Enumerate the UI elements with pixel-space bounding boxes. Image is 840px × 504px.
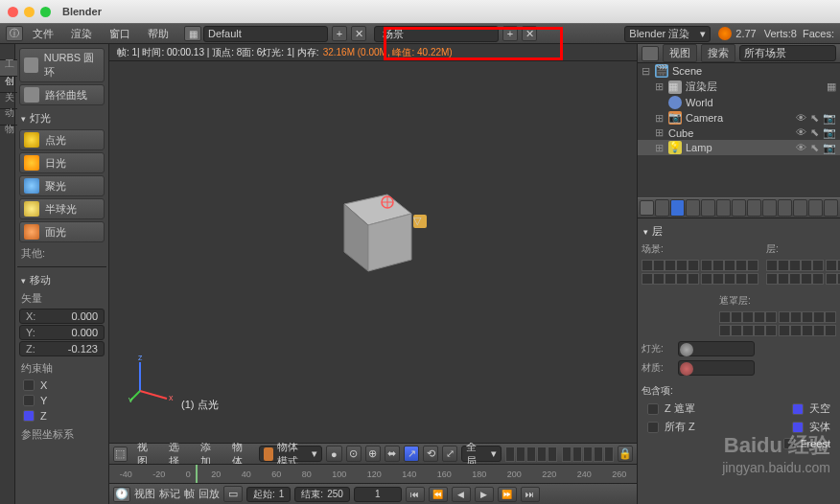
keyframe-next-icon[interactable]: ⏩ bbox=[498, 487, 517, 502]
outliner-menu-search[interactable]: 搜索 bbox=[701, 44, 735, 62]
freestyle-checkbox[interactable]: Freest bbox=[642, 436, 836, 451]
menu-render[interactable]: 渲染 bbox=[63, 25, 100, 43]
y-field[interactable]: Y:0.000 bbox=[19, 325, 105, 340]
layout-add-button[interactable]: + bbox=[332, 26, 347, 41]
scene-dropdown[interactable] bbox=[374, 26, 499, 42]
tl-menu-marker[interactable]: 标记 bbox=[159, 487, 180, 501]
eye-icon[interactable]: 👁 bbox=[796, 112, 806, 125]
tl-menu-playback[interactable]: 回放 bbox=[198, 487, 220, 501]
scene-add-button[interactable]: + bbox=[502, 26, 518, 41]
hemi-light-button[interactable]: 半球光 bbox=[19, 198, 105, 219]
light-override-field[interactable]: 灯光: bbox=[642, 340, 836, 357]
lock-camera-icon[interactable]: 🔒 bbox=[618, 446, 633, 462]
scene-close-button[interactable]: ✕ bbox=[522, 26, 537, 41]
path-button[interactable]: 路径曲线 bbox=[19, 84, 105, 105]
sky-checkbox[interactable]: 天空 bbox=[786, 400, 836, 418]
render-layers-2[interactable] bbox=[766, 273, 840, 285]
tree-scene[interactable]: ⊟🎬Scene bbox=[638, 63, 840, 79]
engine-dropdown[interactable]: Blender 渲染 ▾ bbox=[624, 26, 711, 42]
render-layers[interactable] bbox=[766, 260, 840, 271]
3d-viewport[interactable]: z x y (1) 点光 bbox=[109, 61, 637, 443]
constrain-y[interactable]: Y bbox=[17, 393, 106, 408]
tl-menu-view[interactable]: 视图 bbox=[134, 487, 155, 501]
outliner-tree[interactable]: ⊟🎬Scene ⊞▦渲染层▦ World ⊞📷Camera👁⬉📷 ⊞▽Cube👁… bbox=[638, 63, 840, 197]
tree-cube[interactable]: ⊞▽Cube👁⬉📷 bbox=[638, 126, 840, 140]
nurbs-circle-button[interactable]: NURBS 圆环 bbox=[19, 48, 105, 82]
3dview-editor-icon[interactable]: ⬚ bbox=[113, 447, 128, 462]
tree-camera[interactable]: ⊞📷Camera👁⬉📷 bbox=[638, 110, 840, 126]
tab-renderlayers[interactable] bbox=[670, 199, 685, 217]
allz-checkbox[interactable]: 所有 Z bbox=[642, 418, 701, 436]
tree-renderlayer[interactable]: ⊞▦渲染层▦ bbox=[638, 79, 840, 95]
maximize-icon[interactable] bbox=[40, 7, 51, 17]
mode-dropdown[interactable]: 物体模式 ▾ bbox=[259, 446, 323, 462]
info-editor-icon[interactable]: ⓘ bbox=[6, 26, 23, 41]
scene-input[interactable] bbox=[383, 28, 515, 39]
tab-particles[interactable] bbox=[808, 199, 823, 217]
tab-world[interactable] bbox=[701, 199, 715, 217]
cursor-icon[interactable]: ⊕ bbox=[365, 446, 381, 462]
properties-editor-icon[interactable] bbox=[640, 200, 654, 216]
area-light-button[interactable]: 面光 bbox=[19, 221, 105, 242]
menu-help[interactable]: 帮助 bbox=[140, 25, 176, 43]
eye-icon[interactable]: 👁 bbox=[796, 126, 806, 139]
timeline-editor-icon[interactable]: 🕐 bbox=[113, 487, 130, 502]
menu-file[interactable]: 文件 bbox=[25, 25, 61, 43]
play-reverse-icon[interactable]: ◀ bbox=[452, 487, 471, 502]
cube-mesh[interactable] bbox=[320, 175, 426, 283]
tree-lamp[interactable]: ⊞💡Lamp👁⬉📷 bbox=[638, 140, 840, 155]
rotate-icon[interactable]: ⟲ bbox=[423, 446, 438, 462]
tree-world[interactable]: World bbox=[638, 95, 840, 110]
tab-modifiers[interactable] bbox=[747, 199, 761, 217]
layout-close-button[interactable]: ✕ bbox=[351, 26, 366, 41]
scale-icon[interactable]: ⤢ bbox=[442, 446, 457, 462]
tab-physics[interactable] bbox=[824, 199, 838, 217]
tl-menu-frame[interactable]: 帧 bbox=[184, 487, 195, 501]
use-preview-icon[interactable]: ▭ bbox=[223, 486, 243, 502]
close-icon[interactable] bbox=[8, 7, 18, 17]
outliner-filter[interactable]: 所有场景 bbox=[739, 45, 836, 61]
tab-texture[interactable] bbox=[793, 199, 807, 217]
renderlayer-extra-icon[interactable]: ▦ bbox=[827, 80, 836, 93]
layer-buttons[interactable] bbox=[505, 447, 614, 462]
end-frame-field[interactable]: 结束:250 bbox=[294, 487, 349, 502]
tab-render[interactable] bbox=[655, 199, 669, 217]
tab-constraints[interactable] bbox=[732, 199, 746, 217]
constrain-x[interactable]: X bbox=[17, 378, 106, 393]
cursor-select-icon[interactable]: ⬉ bbox=[810, 142, 819, 154]
cursor-select-icon[interactable]: ⬉ bbox=[810, 126, 819, 139]
jump-start-icon[interactable]: ⏮ bbox=[406, 487, 425, 502]
translate-icon[interactable]: ↗ bbox=[404, 446, 419, 462]
current-frame-field[interactable]: 1 bbox=[354, 487, 402, 502]
render-icon[interactable]: 📷 bbox=[823, 142, 836, 154]
tab-object[interactable] bbox=[716, 199, 731, 217]
minimize-icon[interactable] bbox=[24, 7, 35, 17]
point-light-button[interactable]: 点光 bbox=[19, 129, 105, 150]
mask-layers-2[interactable] bbox=[719, 325, 836, 336]
eye-icon[interactable]: 👁 bbox=[796, 142, 806, 154]
constrain-z[interactable]: Z bbox=[17, 408, 106, 424]
layers-section-header[interactable]: 层 bbox=[642, 222, 836, 241]
layout-input[interactable] bbox=[208, 28, 340, 39]
pivot-icon[interactable]: ⊙ bbox=[346, 446, 362, 462]
keyframe-prev-icon[interactable]: ⏪ bbox=[429, 487, 448, 502]
material-override-field[interactable]: 材质: bbox=[642, 359, 836, 377]
sun-light-button[interactable]: 日光 bbox=[19, 152, 105, 173]
outliner-menu-view[interactable]: 视图 bbox=[663, 44, 697, 62]
start-frame-field[interactable]: 起始:1 bbox=[246, 487, 291, 502]
render-icon[interactable]: 📷 bbox=[823, 112, 836, 125]
move-header[interactable]: 移动 bbox=[17, 271, 106, 289]
window-controls[interactable] bbox=[8, 7, 51, 17]
shading-solid-icon[interactable]: ● bbox=[326, 446, 341, 462]
timeline-ruler[interactable]: -40-200204060801001201401601802002202402… bbox=[109, 464, 637, 483]
zmask-checkbox[interactable]: Z 遮罩 bbox=[642, 400, 701, 418]
cursor-select-icon[interactable]: ⬉ bbox=[810, 112, 819, 125]
solid-checkbox[interactable]: 实体 bbox=[786, 418, 836, 436]
manipulator-icon[interactable]: ⬌ bbox=[385, 446, 400, 462]
outliner-editor-icon[interactable] bbox=[642, 46, 659, 61]
tab-data[interactable] bbox=[762, 199, 777, 217]
tab-scene[interactable] bbox=[686, 199, 700, 217]
scene-layers[interactable] bbox=[642, 260, 758, 271]
mask-layers[interactable] bbox=[719, 311, 836, 323]
layout-dropdown[interactable] bbox=[203, 26, 328, 42]
